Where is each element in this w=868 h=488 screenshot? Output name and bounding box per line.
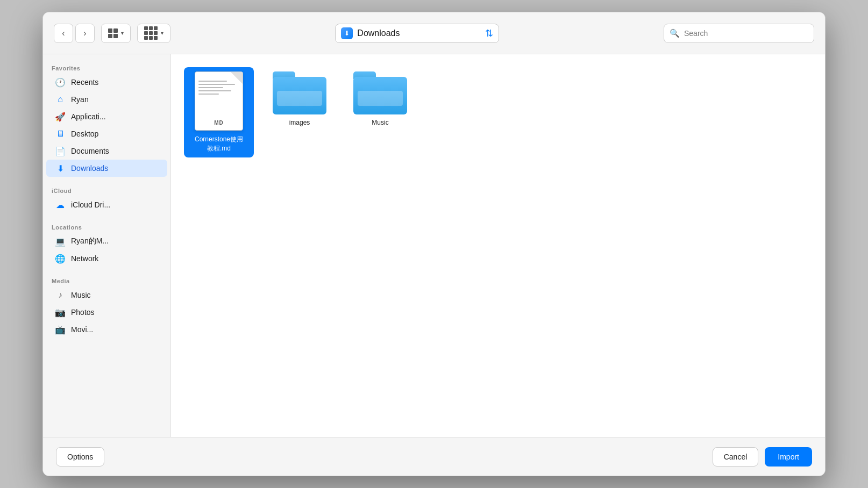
file-name-images: images xyxy=(289,119,310,126)
md-line-2 xyxy=(198,84,235,85)
md-line-3 xyxy=(198,87,223,88)
folder-body-music xyxy=(353,77,407,114)
options-button[interactable]: Options xyxy=(56,447,104,467)
location-icon: ⬇ xyxy=(341,27,353,39)
forward-button[interactable]: › xyxy=(75,24,95,43)
md-badge: MD xyxy=(214,120,224,126)
sidebar-item-label-movies: Movi... xyxy=(71,325,93,334)
back-button[interactable]: ‹ xyxy=(54,24,73,43)
finder-dialog: ‹ › ▾ ▾ ⬇ Downloads ⇅ xyxy=(42,12,826,476)
list-icon xyxy=(144,26,158,40)
view-grid-button[interactable]: ▾ xyxy=(101,24,131,43)
recents-icon: 🕐 xyxy=(55,77,66,88)
sidebar-item-label-recents: Recents xyxy=(71,78,98,87)
sidebar-item-label-ryan: Ryan xyxy=(71,95,89,104)
applications-icon: 🚀 xyxy=(55,111,66,122)
grid-view-icon xyxy=(108,28,118,38)
sidebar-item-label-downloads: Downloads xyxy=(71,164,108,173)
folder-body xyxy=(273,77,326,114)
cancel-button[interactable]: Cancel xyxy=(713,447,759,467)
favorites-label: Favorites xyxy=(43,61,170,74)
sidebar-item-icloud-drive[interactable]: ☁ iCloud Dri... xyxy=(46,196,167,213)
md-file-icon: MD xyxy=(195,71,243,131)
icloud-icon: ☁ xyxy=(55,199,66,210)
sidebar-item-desktop[interactable]: 🖥 Desktop xyxy=(46,125,167,142)
md-line-5 xyxy=(198,94,219,95)
stepper-icon: ⇅ xyxy=(485,27,493,39)
sidebar-item-photos[interactable]: 📷 Photos xyxy=(46,304,167,321)
search-icon: 🔍 xyxy=(670,28,680,38)
location-title: Downloads xyxy=(357,28,400,38)
sidebar-item-recents[interactable]: 🕐 Recents xyxy=(46,74,167,91)
search-input[interactable] xyxy=(684,29,808,38)
downloads-icon: ⬇ xyxy=(55,163,66,174)
home-icon: ⌂ xyxy=(55,94,66,105)
music-icon: ♪ xyxy=(55,290,66,300)
sidebar-item-label-music: Music xyxy=(71,291,91,299)
file-area: MD Cornerstone使用教程.md images xyxy=(171,54,825,437)
folder-icon-music xyxy=(353,71,407,114)
import-button[interactable]: Import xyxy=(765,447,812,467)
sidebar-item-movies[interactable]: 📺 Movi... xyxy=(46,321,167,338)
md-line-4 xyxy=(198,90,231,91)
file-item-music[interactable]: Music xyxy=(345,67,415,157)
chevron-down-icon2: ▾ xyxy=(161,30,163,36)
documents-icon: 📄 xyxy=(55,146,66,156)
footer-right: Cancel Import xyxy=(713,447,812,467)
sidebar-item-label-documents: Documents xyxy=(71,147,109,155)
footer: Options Cancel Import xyxy=(43,437,825,476)
chevron-down-icon: ▾ xyxy=(121,30,124,36)
sidebar-item-label-ryan-mac: Ryan的M... xyxy=(71,236,109,246)
sidebar-item-label-photos: Photos xyxy=(71,308,95,317)
sidebar-item-label-icloud: iCloud Dri... xyxy=(71,200,110,209)
md-lines xyxy=(198,81,239,97)
movies-icon: 📺 xyxy=(55,324,66,335)
location-picker[interactable]: ⬇ Downloads ⇅ xyxy=(335,24,499,43)
folder-shine xyxy=(277,91,322,106)
icloud-label: iCloud xyxy=(43,183,170,196)
locations-label: Locations xyxy=(43,220,170,233)
sidebar-item-applications[interactable]: 🚀 Applicati... xyxy=(46,108,167,125)
folder-shine-music xyxy=(358,91,403,106)
computer-icon: 💻 xyxy=(55,236,66,247)
sidebar-item-label-applications: Applicati... xyxy=(71,112,106,121)
search-box[interactable]: 🔍 xyxy=(664,24,814,43)
photos-icon: 📷 xyxy=(55,307,66,318)
network-icon: 🌐 xyxy=(55,253,66,264)
toolbar: ‹ › ▾ ▾ ⬇ Downloads ⇅ xyxy=(43,12,825,54)
grid-icon2 xyxy=(144,26,158,40)
sidebar-item-downloads[interactable]: ⬇ Downloads xyxy=(46,160,167,177)
location-pill-inner: ⬇ Downloads xyxy=(341,27,400,39)
media-label: Media xyxy=(43,274,170,286)
sidebar-item-network[interactable]: 🌐 Network xyxy=(46,250,167,267)
file-item-images[interactable]: images xyxy=(265,67,335,157)
md-line-1 xyxy=(198,81,227,82)
file-name-music: Music xyxy=(372,119,388,126)
sidebar-item-music[interactable]: ♪ Music xyxy=(46,286,167,304)
nav-buttons: ‹ › xyxy=(54,24,95,43)
sidebar-item-documents[interactable]: 📄 Documents xyxy=(46,142,167,160)
file-item-cornerstone[interactable]: MD Cornerstone使用教程.md xyxy=(184,67,254,157)
file-name-cornerstone: Cornerstone使用教程.md xyxy=(195,135,243,153)
desktop-icon: 🖥 xyxy=(55,128,66,139)
sidebar-item-ryan-mac[interactable]: 💻 Ryan的M... xyxy=(46,233,167,250)
folder-icon-images xyxy=(273,71,326,114)
view-list-button[interactable]: ▾ xyxy=(137,24,170,43)
sidebar: Favorites 🕐 Recents ⌂ Ryan 🚀 Applicati..… xyxy=(43,54,171,437)
main-content: Favorites 🕐 Recents ⌂ Ryan 🚀 Applicati..… xyxy=(43,54,825,437)
grid-icon xyxy=(108,28,118,38)
sidebar-item-label-network: Network xyxy=(71,254,98,263)
sidebar-item-ryan[interactable]: ⌂ Ryan xyxy=(46,91,167,108)
sidebar-item-label-desktop: Desktop xyxy=(71,130,98,138)
